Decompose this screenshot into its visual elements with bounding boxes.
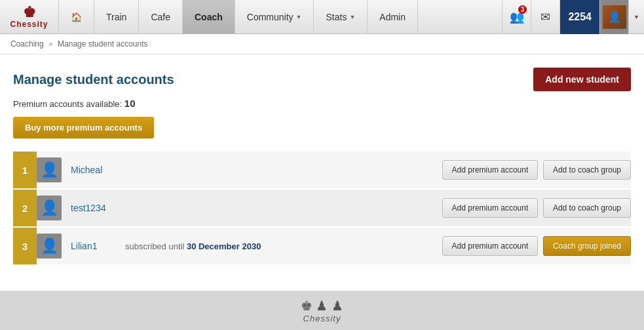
row-number: 3 — [13, 228, 37, 264]
student-name-cell: test1234 — [71, 190, 125, 226]
student-name-cell: Lilian1 — [71, 228, 125, 264]
nav-community-label: Community — [247, 12, 294, 22]
student-actions: Add premium account Add to coach group — [335, 190, 631, 226]
row-number: 2 — [13, 190, 37, 226]
home-icon: 🏠 — [71, 12, 82, 22]
row-number-cell: 1 — [13, 152, 37, 188]
add-to-coach-group-button-1[interactable]: Add to coach group — [543, 198, 631, 218]
footer-site-name: Chessity — [303, 314, 341, 323]
table-row: 2 👤 test1234 Add premium account Add to … — [13, 190, 631, 226]
messages-icon: ✉ — [540, 10, 550, 24]
profile-dropdown-icon: ▼ — [634, 14, 639, 20]
premium-count: 10 — [124, 98, 136, 109]
messages-button[interactable]: ✉ — [531, 0, 559, 34]
community-dropdown-icon: ▼ — [296, 14, 302, 20]
student-username[interactable]: test1234 — [71, 203, 106, 213]
student-actions: Add premium account Add to coach group — [335, 152, 631, 188]
add-new-student-button[interactable]: Add new student — [533, 68, 631, 91]
site-logo[interactable]: ♚ Chessity — [0, 0, 59, 33]
score-button[interactable]: 2254 — [559, 0, 599, 34]
nav-stats-label: Stats — [326, 12, 347, 22]
add-premium-button-0[interactable]: Add premium account — [442, 160, 539, 180]
premium-info: Premium accounts available: 10 — [13, 98, 631, 109]
student-avatar-cell: 👤 — [37, 190, 71, 226]
profile-dropdown-button[interactable]: ▼ — [628, 0, 644, 34]
row-number-cell: 2 — [13, 190, 37, 226]
student-table: 1 👤 Micheal Add premium account Add to c… — [13, 150, 631, 266]
student-subscription-cell — [125, 152, 335, 188]
nav-coach[interactable]: Coach — [183, 0, 235, 33]
page-header: Manage student accounts Add new student — [13, 68, 631, 91]
student-actions: Add premium account Coach group joined — [335, 228, 631, 264]
nav-stats[interactable]: Stats ▼ — [314, 0, 368, 33]
nav-coach-label: Coach — [195, 12, 223, 22]
student-avatar-cell: 👤 — [37, 152, 71, 188]
add-to-coach-group-button-0[interactable]: Add to coach group — [543, 160, 631, 180]
footer-logo: ♚ ♟ ♟ Chessity — [301, 298, 343, 323]
student-username[interactable]: Micheal — [71, 165, 102, 175]
stats-dropdown-icon: ▼ — [349, 14, 355, 20]
user-avatar-image: 👤 — [603, 5, 626, 29]
add-premium-button-2[interactable]: Add premium account — [442, 236, 539, 256]
breadcrumb-parent[interactable]: Coaching — [10, 39, 44, 49]
top-navigation: ♚ Chessity 🏠 Train Cafe Coach Community … — [0, 0, 644, 34]
student-avatar: 👤 — [37, 157, 62, 182]
premium-label: Premium accounts available: — [13, 99, 122, 109]
nav-cafe-label: Cafe — [151, 12, 170, 22]
avatar-button[interactable]: 👤 — [599, 0, 628, 34]
main-content: Manage student accounts Add new student … — [0, 54, 644, 291]
student-username[interactable]: Lilian1 — [71, 241, 97, 251]
student-name-cell: Micheal — [71, 152, 125, 188]
add-premium-button-1[interactable]: Add premium account — [442, 198, 539, 218]
table-row: 3 👤 Lilian1 subscribed until 30 December… — [13, 228, 631, 264]
breadcrumb-separator: » — [48, 39, 53, 49]
logo-chess-icon: ♚ — [23, 5, 36, 20]
student-avatar: 👤 — [37, 196, 62, 220]
subscribed-text: subscribed until 30 December 2030 — [125, 241, 261, 251]
nav-admin-label: Admin — [379, 12, 406, 22]
logo-text: Chessity — [10, 20, 48, 29]
nav-cafe[interactable]: Cafe — [139, 0, 183, 33]
score-value: 2254 — [568, 11, 592, 23]
friends-badge: 3 — [518, 5, 527, 14]
nav-community[interactable]: Community ▼ — [235, 0, 314, 33]
footer: ♚ ♟ ♟ Chessity — [0, 291, 644, 330]
table-row: 1 👤 Micheal Add premium account Add to c… — [13, 152, 631, 188]
breadcrumb: Coaching » Manage student accounts — [0, 34, 644, 54]
student-subscription-cell: subscribed until 30 December 2030 — [125, 228, 335, 264]
nav-admin[interactable]: Admin — [368, 0, 418, 33]
nav-home[interactable]: 🏠 — [59, 0, 94, 33]
breadcrumb-current: Manage student accounts — [58, 39, 147, 49]
nav-train-label: Train — [106, 12, 126, 22]
student-avatar-cell: 👤 — [37, 228, 71, 264]
coach-group-joined-button-2[interactable]: Coach group joined — [543, 236, 631, 256]
friends-button[interactable]: 👥 3 — [502, 0, 531, 34]
row-number-cell: 3 — [13, 228, 37, 264]
row-number: 1 — [13, 152, 37, 188]
student-avatar: 👤 — [37, 234, 62, 258]
buy-premium-button[interactable]: Buy more premium accounts — [13, 117, 154, 138]
student-subscription-cell — [125, 190, 335, 226]
footer-chess-icon: ♚ ♟ ♟ — [301, 298, 343, 314]
nav-train[interactable]: Train — [94, 0, 139, 33]
page-title: Manage student accounts — [13, 72, 174, 87]
nav-right-actions: 👥 3 ✉ 2254 👤 ▼ — [502, 0, 644, 33]
